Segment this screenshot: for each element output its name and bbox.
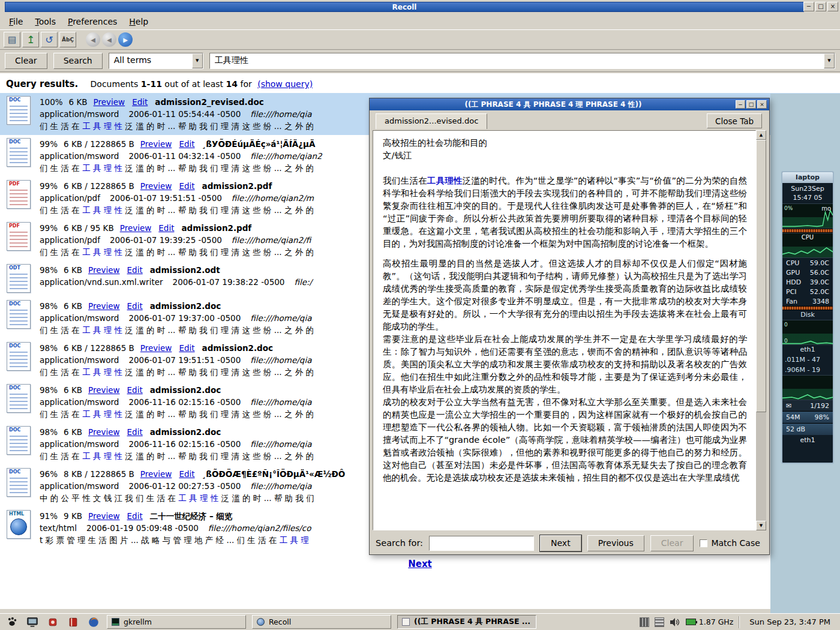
edit-link[interactable]: Edit <box>179 343 194 353</box>
result-size: 6 KB <box>64 265 82 275</box>
minimize-icon[interactable]: − <box>803 2 814 11</box>
volume-meter[interactable]: 52 dB <box>782 423 833 435</box>
first-page-icon[interactable]: ▤ <box>4 32 20 47</box>
results-header-title: Query results. <box>6 79 78 89</box>
next-page-link[interactable]: Next <box>408 559 432 569</box>
preview-tab[interactable]: admission2...evised.doc <box>376 113 487 129</box>
terminal-launcher-icon[interactable] <box>25 615 40 629</box>
scrollbar-thumb[interactable] <box>756 140 766 412</box>
maximize-icon[interactable]: □ <box>815 2 826 11</box>
find-previous-button[interactable]: Previous <box>587 535 644 551</box>
result-date: 2006-01-19 05:09:48 -0500 <box>86 523 199 533</box>
search-query-input[interactable] <box>210 53 824 68</box>
media-player-launcher-icon[interactable] <box>46 615 60 629</box>
find-input-wrap[interactable] <box>429 536 534 551</box>
show-query-link[interactable]: (show query) <box>257 79 313 89</box>
net-section-label: eth1 <box>782 345 833 355</box>
result-size: 6 KB / 1228865 B <box>64 181 134 191</box>
clear-button[interactable]: Clear <box>5 53 47 69</box>
query-combo[interactable]: ▼ <box>209 53 835 69</box>
preview-link[interactable]: Preview <box>140 139 172 149</box>
gkrellm-footer-label: eth1 <box>782 435 833 446</box>
find-input[interactable] <box>430 536 533 550</box>
cpu-frequency-indicator[interactable]: 1.87 GHz <box>686 617 733 626</box>
search-button[interactable]: Search <box>53 53 103 69</box>
gkrellm-monitor[interactable]: laptop Sun23Sep 15:47 05 0% mo CPU CPU 5… <box>781 171 834 464</box>
volume-icon[interactable] <box>670 617 680 627</box>
preview-link[interactable]: Preview <box>88 301 120 311</box>
sensor-value: 56.0C <box>810 269 829 277</box>
mail-row[interactable]: ✉ 1/192 <box>782 400 833 411</box>
taskbar-clock[interactable]: Sun Sep 23, 3:47 PM <box>745 617 835 626</box>
menu-preferences[interactable]: Preferences <box>62 15 122 28</box>
keyboard-layout-icon[interactable] <box>655 617 664 627</box>
preview-link[interactable]: Preview <box>120 223 152 233</box>
edit-link[interactable]: Edit <box>158 223 174 233</box>
window-titlebar[interactable]: Recoll <box>5 2 804 12</box>
result-date: 2006-01-07 19:38:22 -0500 <box>173 277 285 287</box>
preview-link[interactable]: Preview <box>88 427 120 437</box>
chevron-down-icon[interactable]: ▼ <box>192 53 203 68</box>
close-icon[interactable]: × <box>827 2 838 11</box>
preview-link[interactable]: Preview <box>88 385 120 395</box>
edit-link[interactable]: Edit <box>179 139 194 149</box>
result-date: 2006-01-11 05:54:44 -0500 <box>128 109 241 119</box>
preview-close-icon[interactable]: × <box>757 100 767 109</box>
preview-link[interactable]: Preview <box>140 469 172 479</box>
preview-maximize-icon[interactable]: □ <box>746 100 756 109</box>
result-mimetype: application/msword <box>40 439 119 449</box>
task-recoll[interactable]: Recoll <box>252 615 391 629</box>
edit-link[interactable]: Edit <box>127 511 143 521</box>
result-url: file:///home/qia <box>250 355 311 365</box>
edit-link[interactable]: Edit <box>132 97 148 107</box>
history-icon[interactable]: ↺ <box>41 32 58 47</box>
file-type-badge: DOC <box>9 427 20 433</box>
fan-krell-slider[interactable] <box>782 306 833 310</box>
result-size: 6 KB / 95 KB <box>64 223 114 233</box>
edit-link[interactable]: Edit <box>127 427 143 437</box>
file-type-badge: DOC <box>9 343 20 349</box>
preview-link[interactable]: Preview <box>140 181 172 191</box>
match-case-checkbox[interactable] <box>700 539 707 547</box>
mixer-tray-icon[interactable] <box>640 617 649 627</box>
menu-file[interactable]: File <box>4 15 28 28</box>
task-preview-active[interactable]: ((工 PHRASE 4 具 PHRASE ... <box>397 615 536 629</box>
scroll-down-icon[interactable]: ▼ <box>756 521 766 530</box>
edit-link[interactable]: Edit <box>179 469 194 479</box>
preview-link[interactable]: Preview <box>94 97 125 107</box>
preview-link[interactable]: Preview <box>88 265 120 275</box>
preview-link[interactable]: Preview <box>140 343 172 353</box>
firefox-launcher-icon[interactable] <box>86 615 101 629</box>
paw-launcher-icon[interactable] <box>5 615 19 629</box>
close-tab-button[interactable]: Close Tab <box>707 113 762 128</box>
edit-link[interactable]: Edit <box>179 181 194 191</box>
sort-order-icon[interactable]: ↥ <box>22 32 39 47</box>
nav-forward-icon[interactable]: ▶ <box>118 32 133 47</box>
task-gkrellm[interactable]: gkrellm <box>107 615 246 629</box>
result-mimetype: application/msword <box>40 397 119 407</box>
preview-titlebar[interactable]: ((工 PHRASE 4 具 PHRASE 4 理 PHRASE 4 性)) −… <box>370 98 769 110</box>
preview-link[interactable]: Preview <box>88 511 120 521</box>
menu-help[interactable]: Help <box>124 15 154 28</box>
result-size: 6 KB / 1228865 B <box>64 343 134 353</box>
edit-link[interactable]: Edit <box>127 385 143 395</box>
query-history-chevron-icon[interactable]: ▼ <box>824 53 835 68</box>
sensor-value: 52.0C <box>810 288 829 296</box>
load-krell-slider[interactable] <box>782 229 833 233</box>
scroll-up-icon[interactable]: ▲ <box>756 130 766 140</box>
find-next-button[interactable]: Next <box>540 535 581 551</box>
match-case-option[interactable]: Match Case <box>700 538 760 548</box>
search-mode-select[interactable]: All terms ▼ <box>109 53 203 69</box>
edit-link[interactable]: Edit <box>127 265 143 275</box>
query-term-highlight: 工 具 理 性 <box>82 205 122 215</box>
cpu-chart-label: CPU <box>802 234 814 241</box>
memory-value: 54M <box>786 413 800 421</box>
menu-tools[interactable]: Tools <box>29 15 61 28</box>
preview-minimize-icon[interactable]: − <box>736 100 745 109</box>
preview-document[interactable]: 高校招生的社会功能和目的 文/钱江 我们生活在工具理性泛滥的时代。作为“世之显学… <box>373 130 756 530</box>
term-explorer-icon[interactable]: ÂbÇ <box>59 32 76 47</box>
package-book-launcher-icon[interactable] <box>66 615 80 629</box>
result-size: 8 KB / 1228865 B <box>64 469 134 479</box>
edit-link[interactable]: Edit <box>127 301 143 311</box>
preview-scrollbar[interactable]: ▲ ▼ <box>756 130 766 530</box>
